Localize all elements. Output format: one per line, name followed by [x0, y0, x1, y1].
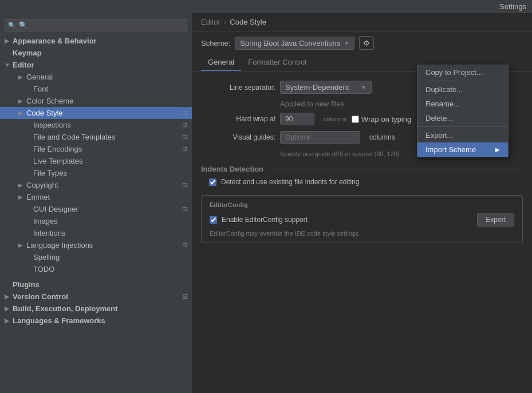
window-title: Settings [499, 2, 526, 11]
sidebar-item-label: Copyright [26, 181, 180, 189]
sidebar-item-intentions[interactable]: Intentions [0, 227, 192, 239]
editor-config-checkbox-row: Enable EditorConfig support [210, 216, 308, 224]
arrow-icon: ▶ [5, 317, 13, 324]
tab-general[interactable]: General [201, 54, 241, 71]
search-input[interactable] [5, 19, 187, 31]
wrap-checkbox-label: Wrap on typing [361, 115, 411, 124]
dropdown-arrow-icon: ▼ [361, 84, 367, 90]
visual-guides-input[interactable] [280, 131, 360, 144]
arrow-icon: ▶ [18, 110, 26, 116]
sidebar-item-version-control[interactable]: ▶ Version Control ⊡ [0, 291, 192, 303]
sidebar-item-inspections[interactable]: Inspections ⊡ [0, 119, 192, 131]
breadcrumb-current: Code Style [230, 18, 266, 26]
breadcrumb: Editor › Code Style [192, 13, 532, 31]
sidebar-item-spelling[interactable]: Spelling [0, 251, 192, 263]
scheme-dropdown[interactable]: Spring Boot Java Conventions ▼ [235, 37, 354, 50]
sidebar-item-label: Languages & Frameworks [13, 316, 187, 325]
tab-formatter-control[interactable]: Formatter Control [241, 54, 313, 71]
sidebar-item-label: Editor [13, 61, 187, 69]
editor-config-checkbox[interactable] [210, 216, 217, 224]
menu-item-label: Copy to Project... [425, 68, 483, 77]
wrap-checkbox[interactable] [352, 116, 359, 123]
menu-item-label: Export... [425, 131, 453, 140]
submenu-arrow-icon: ▶ [495, 146, 500, 153]
menu-item-export[interactable]: Export... [417, 128, 508, 142]
sidebar-item-copyright[interactable]: ▶ Copyright ⊡ [0, 179, 192, 191]
sidebar-item-label: Version Control [13, 292, 180, 301]
menu-item-copy-to-project[interactable]: Copy to Project... [417, 65, 508, 80]
menu-item-label: Rename... [425, 100, 460, 108]
arrow-icon: ▶ [18, 182, 26, 188]
visual-guides-label: Visual guides: [201, 133, 275, 141]
sidebar-item-todo[interactable]: TODO [0, 263, 192, 275]
external-icon: ⊡ [182, 205, 187, 213]
sidebar-item-file-code-templates[interactable]: File and Code Templates ⊡ [0, 131, 192, 143]
breadcrumb-separator: › [224, 18, 226, 26]
hint-text: Applied to new files [280, 100, 344, 108]
external-icon: ⊡ [182, 133, 187, 141]
external-icon: ⊡ [182, 293, 187, 300]
sidebar-item-appearance-behavior[interactable]: ▶ Appearance & Behavior [0, 35, 192, 47]
sidebar-item-languages-frameworks[interactable]: ▶ Languages & Frameworks [0, 315, 192, 327]
arrow-icon: ▶ [18, 242, 26, 248]
sidebar-item-label: TODO [33, 265, 187, 273]
breadcrumb-parent[interactable]: Editor [201, 18, 220, 26]
hard-wrap-input[interactable] [280, 113, 314, 125]
scheme-bar: Scheme: Spring Boot Java Conventions ▼ ⚙ [192, 31, 532, 54]
indents-detection-checkbox[interactable] [209, 178, 216, 186]
search-icon: 🔍 [8, 22, 16, 29]
editor-config-row: Enable EditorConfig support Export [210, 213, 514, 227]
indents-detection-header: Indents Detection [201, 165, 523, 173]
arrow-icon: ▶ [18, 74, 26, 80]
line-separator-label: Line separator: [201, 84, 275, 92]
external-icon: ⊡ [182, 145, 187, 153]
arrow-icon: ▶ [18, 194, 26, 200]
external-icon: ⊡ [182, 241, 187, 249]
sidebar-item-editor[interactable]: ▼ Editor [0, 59, 192, 71]
sidebar-item-label: Keymap [13, 49, 187, 57]
sidebar-item-label: GUI Designer [33, 205, 180, 213]
gear-icon: ⚙ [363, 39, 370, 47]
sidebar-item-general[interactable]: ▶ General [0, 71, 192, 83]
arrow-icon: ▶ [18, 98, 26, 104]
indents-detection-label: Detect and use existing file indents for… [221, 178, 359, 186]
sidebar-item-file-encodings[interactable]: File Encodings ⊡ [0, 143, 192, 155]
arrow-icon: ▶ [5, 293, 13, 300]
sidebar-item-label: General [26, 73, 187, 81]
gear-button[interactable]: ⚙ [359, 36, 374, 50]
sidebar-item-label: Intentions [33, 229, 187, 237]
sidebar-item-font[interactable]: Font [0, 83, 192, 95]
menu-item-duplicate[interactable]: Duplicate... [417, 82, 508, 97]
sidebar-item-label: File Types [33, 169, 187, 177]
sidebar-item-keymap[interactable]: Keymap [0, 47, 192, 59]
sidebar-item-label: File and Code Templates [33, 133, 180, 141]
line-separator-value: System-Dependent [285, 83, 349, 92]
external-icon: ⊡ [182, 109, 187, 117]
menu-item-delete[interactable]: Delete... [417, 111, 508, 125]
sidebar-item-images[interactable]: Images [0, 215, 192, 227]
sidebar-item-language-injections[interactable]: ▶ Language Injections ⊡ [0, 239, 192, 251]
sidebar-item-label: File Encodings [33, 145, 180, 153]
hard-wrap-label: Hard wrap at [201, 115, 275, 123]
sidebar-item-label: Language Injections [26, 241, 180, 249]
sidebar-item-gui-designer[interactable]: GUI Designer ⊡ [0, 203, 192, 215]
menu-item-import-scheme[interactable]: Import Scheme ▶ [417, 142, 508, 157]
menu-item-rename[interactable]: Rename... [417, 97, 508, 111]
sidebar-item-live-templates[interactable]: Live Templates [0, 155, 192, 167]
editor-config-section: EditorConfig Enable EditorConfig support… [201, 195, 523, 243]
menu-separator [417, 81, 508, 81]
sidebar-item-label: Images [33, 217, 187, 225]
content-area: Editor › Code Style Scheme: Spring Boot … [192, 13, 532, 393]
menu-item-label: Import Scheme [425, 145, 476, 154]
sidebar-item-code-style[interactable]: ▶ Code Style ⊡ [0, 107, 192, 119]
export-button[interactable]: Export [477, 213, 514, 227]
sidebar-item-color-scheme[interactable]: ▶ Color Scheme [0, 95, 192, 107]
sidebar-item-emmet[interactable]: ▶ Emmet [0, 191, 192, 203]
sidebar-item-label: Appearance & Behavior [13, 37, 187, 45]
line-separator-dropdown[interactable]: System-Dependent ▼ [280, 81, 372, 94]
sidebar-item-file-types[interactable]: File Types [0, 167, 192, 179]
section-label: Indents Detection [201, 165, 263, 173]
sidebar-item-build-execution[interactable]: ▶ Build, Execution, Deployment [0, 303, 192, 315]
sidebar-item-plugins[interactable]: Plugins [0, 279, 192, 291]
tab-label: Formatter Control [248, 58, 306, 66]
